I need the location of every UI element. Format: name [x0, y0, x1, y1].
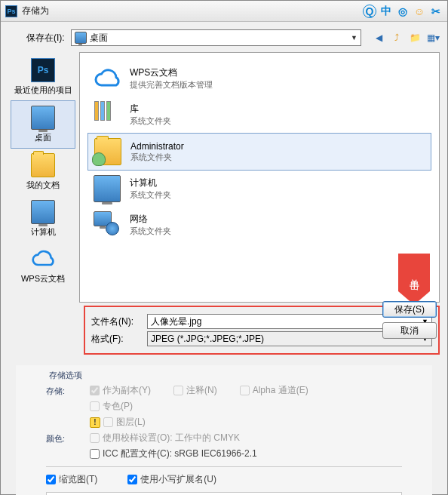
chevron-down-icon: ▼	[351, 34, 357, 42]
file-name: 库	[130, 103, 171, 115]
titlebar[interactable]: Ps 存储为 Q 中 ◎ ☺ ✂	[1, 1, 447, 22]
checkbox-proof[interactable]: 使用校样设置(O): 工作中的 CMYK	[90, 432, 240, 444]
save-button[interactable]: 保存(S)	[382, 301, 437, 318]
format-value: JPEG (*.JPG;*.JPEG;*.JPE)	[151, 334, 264, 344]
computer-icon	[31, 200, 55, 224]
cloud-icon	[94, 65, 121, 92]
back-icon[interactable]: ◀	[372, 31, 385, 45]
file-item-network[interactable]: 网络系统文件夹	[87, 207, 431, 243]
savein-dropdown[interactable]: 桌面 ▼	[71, 29, 361, 46]
file-sub: 系统文件夹	[130, 189, 171, 201]
checkbox-alpha[interactable]: Alpha 通道(E)	[240, 384, 308, 397]
sidebar-label: 计算机	[31, 226, 56, 238]
file-item-wps[interactable]: WPS云文档提供完善文档版本管理	[87, 60, 431, 97]
recent-icon: Ps	[31, 58, 55, 82]
store-label: 存储:	[46, 384, 82, 397]
checkbox-copy[interactable]: 作为副本(Y)	[90, 384, 151, 397]
cloud-icon	[31, 247, 55, 271]
sidebar-label: 我的文档	[26, 180, 60, 191]
sidebar-label: 最近使用的项目	[14, 85, 72, 96]
file-sub: 系统文件夹	[130, 115, 171, 127]
view-menu-icon[interactable]: ▦▾	[426, 31, 440, 45]
computer-icon	[94, 175, 121, 202]
file-sub: 系统文件夹	[130, 226, 171, 237]
zhong-icon[interactable]: 中	[379, 5, 393, 18]
sidebar-item-recent[interactable]: Ps 最近使用的项目	[11, 54, 75, 100]
desktop-icon	[31, 106, 55, 130]
places-sidebar: Ps 最近使用的项目 桌面 我的文档 计算机 WPS云文档	[8, 52, 78, 303]
library-icon	[94, 101, 121, 128]
savein-label: 保存在(I):	[26, 32, 65, 45]
scissors-icon[interactable]: ✂	[429, 5, 443, 18]
color-label: 颜色:	[46, 432, 82, 444]
smile-icon[interactable]: ☺	[413, 5, 426, 18]
file-name: 网络	[130, 213, 171, 226]
checkbox-spot[interactable]: 专色(P)	[90, 400, 133, 413]
file-item-computer[interactable]: 计算机系统文件夹	[87, 171, 431, 207]
desktop-icon	[75, 32, 87, 44]
file-name: Administrator	[130, 141, 184, 152]
sidebar-item-computer[interactable]: 计算机	[11, 195, 75, 242]
file-name: 计算机	[130, 177, 171, 189]
photoshop-icon: Ps	[5, 5, 17, 17]
options-title: 存储选项	[46, 368, 432, 383]
file-name: WPS云文档	[130, 66, 213, 79]
warning-icon: !	[90, 417, 100, 428]
save-as-dialog: Ps 存储为 Q 中 ◎ ☺ ✂ 保存在(I): 桌面 ▼ ◀ ⤴ 📁 ▦▾	[0, 0, 448, 495]
user-icon[interactable]: Q	[363, 5, 376, 18]
sidebar-label: WPS云文档	[21, 273, 65, 284]
up-icon[interactable]: ⤴	[390, 31, 404, 45]
save-options-panel: 存储选项 存储: 作为副本(Y) 注释(N) Alpha 通道(E) 专色(P)…	[16, 365, 432, 495]
sidebar-label: 桌面	[35, 132, 51, 143]
dialog-title: 存储为	[22, 5, 363, 17]
sidebar-item-desktop[interactable]: 桌面	[11, 100, 75, 149]
filename-value: 人像光晕.jpg	[151, 315, 201, 328]
file-item-library[interactable]: 库系统文件夹	[87, 97, 431, 133]
checkbox-layers[interactable]: 图层(L)	[103, 416, 146, 429]
checkbox-lowercase-ext[interactable]: 使用小写扩展名(U)	[127, 473, 216, 486]
file-sub: 提供完善文档版本管理	[130, 79, 213, 91]
folder-icon	[31, 153, 55, 177]
filename-label: 文件名(N):	[91, 315, 140, 328]
format-label: 格式(F):	[91, 333, 140, 346]
savein-value: 桌面	[90, 32, 108, 45]
checkbox-thumbnail[interactable]: 缩览图(T)	[46, 473, 97, 486]
network-icon	[94, 211, 121, 238]
callout-text: 单击	[398, 254, 430, 291]
callout-arrow: 单击	[398, 254, 430, 306]
sidebar-item-wps[interactable]: WPS云文档	[11, 242, 75, 289]
sidebar-item-mydocs[interactable]: 我的文档	[11, 149, 75, 195]
newfolder-icon[interactable]: 📁	[408, 31, 422, 45]
cancel-button[interactable]: 取消	[382, 322, 437, 339]
checkbox-icc[interactable]: ICC 配置文件(C): sRGB IEC61966-2.1	[90, 447, 257, 460]
file-sub: 系统文件夹	[130, 152, 184, 163]
user-folder-icon	[94, 138, 121, 165]
checkbox-notes[interactable]: 注释(N)	[173, 384, 217, 397]
dot-icon[interactable]: ◎	[396, 5, 410, 18]
info-message: ! 在此选项下，文件必须存储为拷贝。	[46, 492, 402, 495]
overlay-toolbar: Q 中 ◎ ☺ ✂	[363, 5, 443, 18]
file-item-admin[interactable]: Administrator系统文件夹	[87, 133, 431, 171]
file-list[interactable]: WPS云文档提供完善文档版本管理 库系统文件夹 Administrator系统文…	[79, 52, 440, 303]
